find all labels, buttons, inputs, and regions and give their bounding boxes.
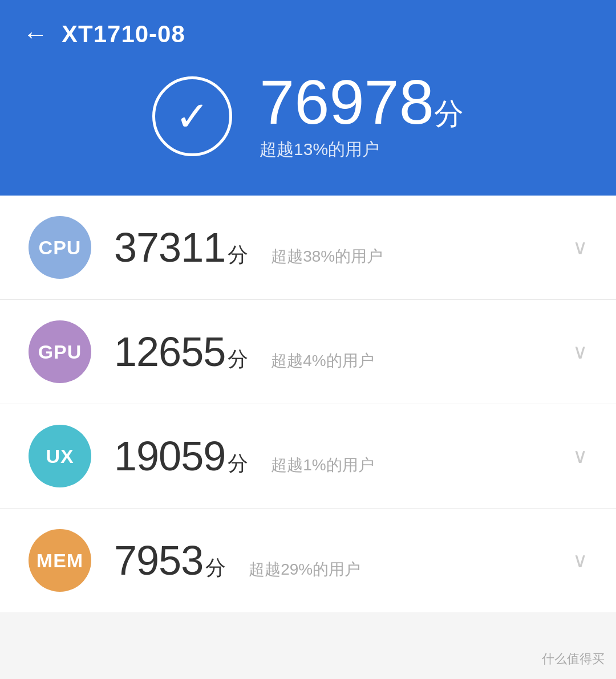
ux-score-value: 19059 — [114, 433, 225, 479]
watermark: 什么值得买 — [542, 650, 605, 668]
cpu-score-unit: 分 — [228, 241, 248, 269]
gpu-badge: GPU — [29, 320, 91, 383]
back-button[interactable]: ← — [23, 22, 48, 47]
ux-score-area: 19059 分 超越1%的用户 — [114, 433, 561, 479]
total-score-value: 76978 — [260, 67, 434, 137]
gpu-score-value: 12655 — [114, 328, 225, 375]
cpu-score-area: 37311 分 超越38%的用户 — [114, 224, 561, 271]
gpu-score-area: 12655 分 超越4%的用户 — [114, 328, 561, 375]
ux-score-unit: 分 — [228, 450, 248, 478]
cpu-score-value: 37311 — [114, 224, 225, 271]
cpu-benchmark-item[interactable]: CPU 37311 分 超越38%的用户 ∨ — [0, 196, 616, 300]
ux-percentile: 超越1%的用户 — [271, 454, 561, 476]
cpu-percentile: 超越38%的用户 — [271, 246, 561, 267]
ux-chevron-icon: ∨ — [573, 446, 587, 466]
header-section: ← XT1710-08 ✓ 76978分 超越13%的用户 — [0, 0, 616, 196]
mem-score-value: 7953 — [114, 537, 203, 584]
mem-score-area: 7953 分 超越29%的用户 — [114, 537, 561, 584]
cpu-chevron-icon: ∨ — [573, 237, 587, 258]
total-score-display: 76978分 — [260, 71, 464, 133]
score-unit: 分 — [434, 97, 464, 130]
gpu-chevron-icon: ∨ — [573, 341, 587, 362]
score-info: 76978分 超越13%的用户 — [260, 71, 464, 161]
gpu-benchmark-item[interactable]: GPU 12655 分 超越4%的用户 ∨ — [0, 300, 616, 404]
mem-benchmark-item[interactable]: MEM 7953 分 超越29%的用户 ∨ — [0, 509, 616, 612]
ux-benchmark-item[interactable]: UX 19059 分 超越1%的用户 ∨ — [0, 404, 616, 509]
mem-badge: MEM — [29, 529, 91, 592]
check-icon: ✓ — [175, 96, 209, 137]
nav-bar: ← XT1710-08 — [23, 0, 593, 65]
mem-percentile: 超越29%的用户 — [249, 559, 561, 580]
gpu-score-unit: 分 — [228, 345, 248, 373]
score-subtitle: 超越13%的用户 — [260, 138, 464, 161]
gpu-percentile: 超越4%的用户 — [271, 350, 561, 372]
device-title: XT1710-08 — [62, 21, 185, 48]
ux-badge: UX — [29, 425, 91, 487]
check-circle: ✓ — [152, 76, 232, 156]
benchmarks-list: CPU 37311 分 超越38%的用户 ∨ GPU 12655 分 超越4%的… — [0, 196, 616, 612]
cpu-badge: CPU — [29, 216, 91, 279]
mem-chevron-icon: ∨ — [573, 550, 587, 571]
mem-score-unit: 分 — [205, 554, 226, 582]
score-section: ✓ 76978分 超越13%的用户 — [152, 71, 464, 161]
